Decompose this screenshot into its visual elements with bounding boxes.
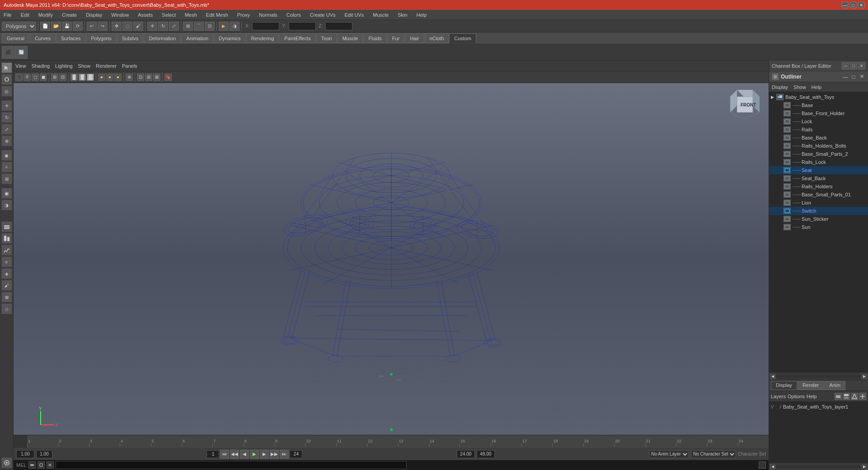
outliner-tree[interactable]: ▶ Baby_Seat_with_Toys —— bbox=[769, 92, 868, 372]
vp-menu-renderer[interactable]: Renderer bbox=[96, 63, 117, 69]
vp-menu-lighting[interactable]: Lighting bbox=[55, 63, 73, 69]
show-manip-left[interactable]: ⊞ bbox=[1, 173, 12, 184]
tree-item-railsholder[interactable]: —— Rails_Holders bbox=[769, 182, 868, 191]
vp-smooth-btn[interactable]: ◼ bbox=[40, 74, 47, 81]
scale-tool-left[interactable]: ⤢ bbox=[1, 124, 12, 135]
tree-item-railslock[interactable]: —— Rails_Lock bbox=[769, 158, 868, 166]
ipr-left[interactable]: ◑ bbox=[1, 200, 12, 210]
layers-icon-2[interactable] bbox=[843, 393, 850, 400]
ipr-btn[interactable]: ◑ bbox=[230, 22, 239, 31]
tree-item-rhb[interactable]: —— Rails_Holders_Bolts bbox=[769, 142, 868, 150]
view-cube[interactable]: FRONT bbox=[728, 88, 760, 119]
vp-menu-view[interactable]: View bbox=[15, 63, 26, 69]
open-scene-btn[interactable]: 📂 bbox=[51, 22, 61, 31]
layers-icon-1[interactable] bbox=[835, 393, 842, 400]
tree-item-rails[interactable]: —— Rails bbox=[769, 126, 868, 134]
vp-layout-btn[interactable]: ⊞ bbox=[51, 74, 58, 81]
shelf-tab-polygons[interactable]: Polygons bbox=[86, 33, 116, 43]
outliner-minimize[interactable]: — bbox=[842, 73, 849, 80]
layer-visibility-btn[interactable]: V bbox=[771, 405, 778, 410]
tree-item-sunsticker[interactable]: —— Sun_Sticker bbox=[769, 215, 868, 223]
menu-proxy[interactable]: Proxy bbox=[235, 12, 252, 18]
tree-item-base-front[interactable]: —— Base_Front_Holder bbox=[769, 109, 868, 117]
menu-skin[interactable]: Skin bbox=[396, 12, 409, 18]
render-btn[interactable]: ▶ bbox=[219, 22, 229, 31]
menu-display[interactable]: Display bbox=[84, 12, 104, 18]
menu-edit[interactable]: Edit bbox=[19, 12, 31, 18]
channel-box-minimize[interactable]: — bbox=[842, 62, 849, 70]
viewport-canvas[interactable]: .wire { stroke: #2233cc; stroke-width: 0… bbox=[14, 83, 769, 435]
minimize-button[interactable]: — bbox=[842, 2, 848, 8]
next-frame-btn[interactable]: ▶ bbox=[260, 450, 269, 459]
visor-left[interactable]: ⊠ bbox=[1, 292, 12, 302]
layers-menu-layers[interactable]: Layers bbox=[771, 394, 786, 399]
layers-icon-3[interactable] bbox=[851, 393, 858, 400]
paint-select-left[interactable]: ◎ bbox=[1, 86, 12, 97]
outliner-menu-display[interactable]: Display bbox=[772, 84, 788, 90]
redo-btn[interactable]: ↪ bbox=[98, 22, 108, 31]
layers-hscroll[interactable] bbox=[776, 465, 861, 469]
goto-start-btn[interactable]: ⏮ bbox=[220, 450, 229, 459]
play-btn[interactable]: ▶ bbox=[250, 450, 259, 459]
undo-btn[interactable]: ↩ bbox=[87, 22, 97, 31]
goto-end-btn[interactable]: ⏭ bbox=[280, 450, 289, 459]
shelf-tab-fluids[interactable]: Fluids bbox=[363, 33, 386, 43]
tree-item-seat[interactable]: —— Seat bbox=[769, 166, 868, 174]
y-input[interactable] bbox=[289, 22, 316, 30]
outliner-scroll-right[interactable]: ▶ bbox=[862, 374, 867, 379]
shelf-tab-hair[interactable]: Hair bbox=[405, 33, 424, 43]
prev-key-btn[interactable]: ◀◀ bbox=[230, 450, 239, 459]
vp-menu-shading[interactable]: Shading bbox=[32, 63, 50, 69]
vp-shade2-btn[interactable]: █ bbox=[79, 74, 86, 81]
sculpt-left[interactable]: ⟡ bbox=[1, 162, 12, 172]
menu-create[interactable]: Create bbox=[60, 12, 79, 18]
layers-tab-render[interactable]: Render bbox=[798, 381, 824, 390]
shelf-icon-2[interactable]: 🔄 bbox=[15, 46, 28, 59]
polygon-mode-select[interactable]: Polygons bbox=[2, 22, 36, 31]
vp-snap3-btn[interactable]: ⊠ bbox=[153, 74, 160, 81]
menu-modify[interactable]: Modify bbox=[37, 12, 55, 18]
shelf-tab-custom[interactable]: Custom bbox=[449, 33, 476, 43]
layers-tab-anim[interactable]: Anim bbox=[824, 381, 845, 390]
menu-muscle[interactable]: Muscle bbox=[371, 12, 390, 18]
move-tool-left[interactable]: ✛ bbox=[1, 100, 12, 111]
vp-grid-btn[interactable]: # bbox=[23, 74, 31, 81]
toolbar-btn-4[interactable]: ⟳ bbox=[73, 22, 83, 31]
shelf-tab-toon[interactable]: Toon bbox=[316, 33, 337, 43]
vp-light1-btn[interactable]: ● bbox=[98, 74, 105, 81]
mel-input[interactable] bbox=[56, 461, 407, 469]
channels-left[interactable] bbox=[1, 233, 12, 244]
menu-create-uvs[interactable]: Create UVs bbox=[308, 12, 338, 18]
channel-box-close[interactable]: ✕ bbox=[858, 62, 865, 70]
shelf-tab-curves[interactable]: Curves bbox=[30, 33, 56, 43]
vp-snap2-btn[interactable]: ⊞ bbox=[145, 74, 152, 81]
render-region-left[interactable]: ▣ bbox=[1, 188, 12, 199]
shelf-tab-rendering[interactable]: Rendering bbox=[246, 33, 279, 43]
vp-shade3-btn[interactable]: █ bbox=[87, 74, 94, 81]
vp-res-btn[interactable]: ⊕ bbox=[126, 74, 133, 81]
vp-shade1-btn[interactable]: █ bbox=[70, 74, 78, 81]
shelf-tab-muscle[interactable]: Muscle bbox=[338, 33, 363, 43]
outliner-scroll-left[interactable]: ◀ bbox=[770, 374, 775, 379]
mel-icon-3[interactable]: ✕ bbox=[47, 461, 54, 469]
menu-colors[interactable]: Colors bbox=[285, 12, 303, 18]
frame-start-input[interactable] bbox=[206, 450, 219, 458]
vp-light3-btn[interactable]: ● bbox=[114, 74, 122, 81]
menu-select[interactable]: Select bbox=[160, 12, 178, 18]
shelf-tab-painteffects[interactable]: PaintEffects bbox=[279, 33, 316, 43]
shelf-tab-fur[interactable]: Fur bbox=[387, 33, 405, 43]
shelf-tab-surfaces[interactable]: Surfaces bbox=[56, 33, 85, 43]
graph-editor-left[interactable] bbox=[1, 245, 12, 256]
layers-tab-display[interactable]: Display bbox=[771, 381, 797, 390]
outliner-maximize[interactable]: □ bbox=[850, 73, 857, 80]
current-time-input[interactable] bbox=[16, 450, 34, 458]
tree-item-switch[interactable]: —— Switch bbox=[769, 207, 868, 215]
hypergraph-left[interactable]: ◈ bbox=[1, 268, 12, 279]
vp-cam-btn[interactable]: 🎥 bbox=[15, 74, 23, 81]
tree-item-lock[interactable]: —— Lock bbox=[769, 117, 868, 126]
layers-left[interactable] bbox=[1, 221, 12, 232]
lasso-tool-btn[interactable]: ◌ bbox=[122, 22, 132, 31]
close-button[interactable]: ✕ bbox=[858, 2, 864, 8]
max-time-input[interactable] bbox=[477, 450, 495, 458]
tree-item-bsp2[interactable]: —— Base_Small_Parts_2 bbox=[769, 150, 868, 158]
